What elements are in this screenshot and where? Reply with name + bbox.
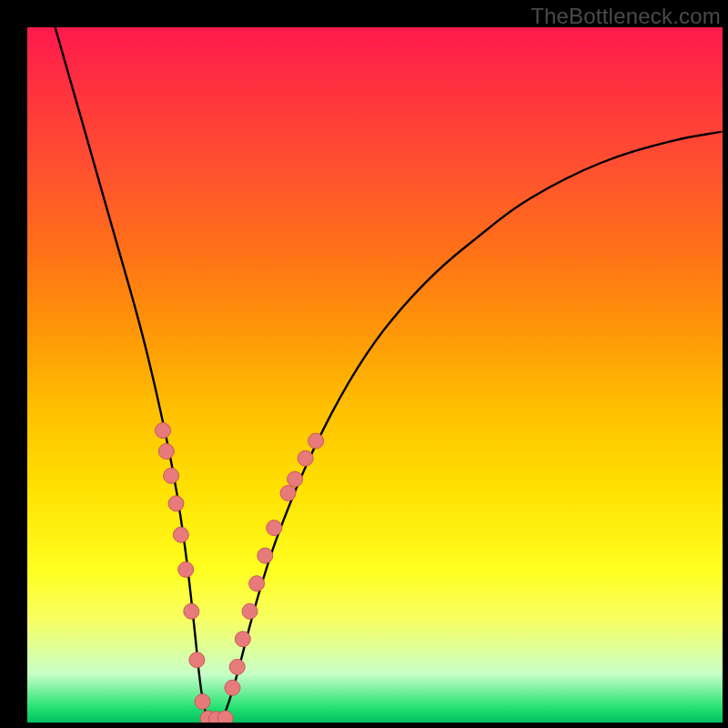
chart-dot (217, 711, 233, 723)
chart-dots (156, 423, 324, 723)
watermark-text: TheBottleneck.com (531, 4, 721, 29)
chart-dot (308, 433, 324, 449)
chart-dot (173, 527, 188, 542)
chart-dot (242, 603, 258, 619)
bottleneck-chart-svg (27, 27, 723, 723)
chart-dot (225, 680, 240, 695)
chart-dot (189, 652, 205, 668)
chart-dot (229, 659, 245, 674)
chart-dot (195, 694, 210, 710)
chart-dot (158, 444, 174, 460)
plot-area (27, 27, 723, 723)
chart-dot (184, 603, 199, 619)
bottleneck-curve (56, 27, 723, 723)
chart-dot (178, 561, 194, 577)
chart-dot (280, 485, 296, 500)
chart-dot (249, 576, 265, 592)
chart-dot (164, 468, 179, 483)
chart-dot (298, 450, 313, 466)
chart-dot (235, 632, 250, 647)
chart-frame: TheBottleneck.com (0, 0, 728, 728)
chart-dot (168, 496, 184, 511)
chart-dot (258, 548, 273, 563)
chart-dot (288, 471, 303, 487)
chart-dot (267, 521, 282, 536)
chart-dot (156, 423, 171, 439)
